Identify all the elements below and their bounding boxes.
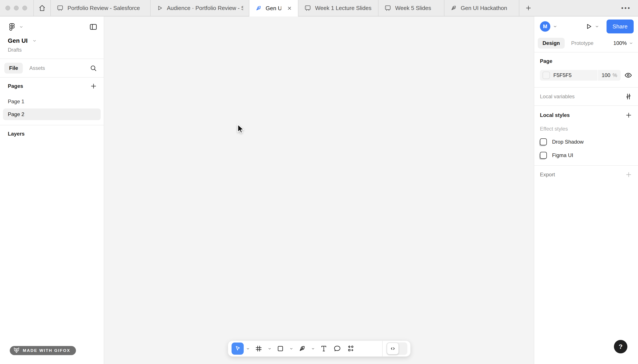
sliders-icon: [624, 93, 632, 100]
tab-gen-ui[interactable]: Gen UI: [249, 0, 298, 16]
fullscreen-window-button[interactable]: [22, 6, 27, 10]
page-list-item-selected[interactable]: Page 2: [3, 108, 101, 120]
avatar[interactable]: M: [540, 21, 550, 32]
window-overflow-menu-button[interactable]: •••: [614, 0, 638, 16]
comment-tool-button[interactable]: [330, 345, 344, 352]
chevron-down-icon: [595, 24, 599, 29]
comment-bubble-icon: [333, 345, 341, 352]
open-variables-button[interactable]: [624, 93, 632, 100]
close-tab-button[interactable]: [287, 6, 292, 11]
eye-icon: [624, 71, 632, 80]
frame-grid-icon: [255, 345, 263, 352]
effect-style-thumbnail-icon: [540, 138, 547, 145]
plus-icon: [625, 112, 632, 119]
export-section-row: Export: [534, 166, 638, 184]
tab-label: Week 5 Slides: [395, 5, 431, 12]
local-styles-header: Local styles: [540, 112, 570, 118]
pages-header-label: Pages: [8, 83, 23, 89]
effect-style-item[interactable]: Figma UI: [540, 152, 632, 159]
tab-portfolio-review[interactable]: Portfolio Review - Salesforce: [51, 0, 151, 16]
overflow-dots-icon: •••: [621, 4, 631, 12]
bottom-toolbar: [228, 340, 411, 356]
rectangle-tool-button[interactable]: [274, 345, 287, 352]
tab-week-1-lecture-slides[interactable]: Week 1 Lecture Slides: [298, 0, 378, 16]
effect-style-item[interactable]: Drop Shadow: [540, 138, 632, 145]
file-name: Gen UI: [8, 37, 28, 44]
text-tool-button[interactable]: [317, 345, 330, 352]
share-button[interactable]: Share: [606, 20, 634, 34]
move-tool-options-button[interactable]: [244, 347, 252, 350]
pen-icon: [298, 345, 306, 352]
opacity-value[interactable]: 100: [598, 72, 612, 78]
rectangle-icon: [276, 345, 284, 352]
search-button[interactable]: [89, 64, 97, 72]
page-list-item[interactable]: Page 1: [0, 94, 104, 108]
search-icon: [89, 64, 97, 72]
add-export-button[interactable]: [625, 171, 632, 178]
slides-icon: [57, 4, 64, 12]
tab-file[interactable]: File: [4, 63, 23, 74]
dev-mode-toggle[interactable]: [386, 342, 407, 355]
slides-icon: [304, 4, 311, 12]
main-menu-button[interactable]: [8, 23, 24, 31]
home-button[interactable]: [34, 0, 51, 16]
plus-icon: [525, 4, 532, 12]
project-name: Drafts: [0, 44, 104, 58]
left-sidebar: Gen UI Drafts File Assets Pages Page 1 P…: [0, 16, 104, 364]
design-canvas[interactable]: [104, 16, 534, 364]
help-button[interactable]: ?: [614, 340, 627, 353]
export-label: Export: [540, 172, 555, 178]
present-options-button[interactable]: [595, 24, 599, 29]
tab-week-5-slides[interactable]: Week 5 Slides: [378, 0, 444, 16]
pen-tool-options-button[interactable]: [309, 347, 317, 350]
toggle-visibility-button[interactable]: [624, 71, 632, 80]
mouse-cursor-icon: [235, 124, 245, 136]
local-styles-section: Local styles Effect styles Drop Shadow F…: [534, 106, 638, 165]
tab-gen-ui-hackathon[interactable]: Gen UI Hackathon: [444, 0, 519, 16]
minimize-window-button[interactable]: [14, 6, 19, 10]
add-style-button[interactable]: [625, 112, 632, 119]
toggle-sidebar-button[interactable]: [89, 22, 98, 31]
move-tool-button[interactable]: [232, 342, 244, 355]
code-icon: [387, 343, 399, 354]
frame-tool-options-button[interactable]: [265, 347, 274, 350]
close-window-button[interactable]: [6, 6, 10, 10]
frame-tool-button[interactable]: [252, 345, 265, 352]
actions-tool-button[interactable]: [344, 345, 357, 352]
toolbar-divider: [382, 340, 383, 356]
color-swatch[interactable]: [542, 72, 550, 79]
local-variables-row[interactable]: Local variables: [534, 88, 638, 106]
tab-label: Gen UI: [266, 5, 281, 12]
account-menu-button[interactable]: [553, 24, 557, 29]
tab-label: Week 1 Lecture Slides: [315, 5, 371, 12]
shapes-icon: [347, 345, 355, 352]
shape-tool-options-button[interactable]: [287, 347, 295, 350]
page-color-input: F5F5F5 100 %: [540, 70, 621, 81]
effect-style-thumbnail-icon: [540, 152, 547, 159]
pen-icon: [255, 5, 262, 12]
inspector-tabs: Design Prototype 100%: [534, 36, 638, 52]
present-button[interactable]: [585, 22, 593, 30]
effect-style-name: Figma UI: [552, 152, 573, 158]
text-icon: [320, 345, 328, 352]
tab-audience-portfolio-review[interactable]: Audience · Portfolio Review - Sales: [151, 0, 249, 16]
effect-style-name: Drop Shadow: [552, 139, 583, 145]
effect-styles-label: Effect styles: [540, 126, 632, 132]
chevron-down-icon: [246, 347, 250, 350]
chevron-down-icon: [629, 41, 633, 45]
tab-design[interactable]: Design: [538, 38, 565, 48]
page-section-header: Page: [540, 58, 632, 64]
sidebar-tabs: File Assets: [0, 59, 104, 77]
chevron-down-icon: [268, 347, 271, 350]
pen-tool-button[interactable]: [295, 345, 309, 352]
color-hex-value[interactable]: F5F5F5: [553, 72, 597, 78]
file-name-menu[interactable]: Gen UI: [0, 31, 37, 44]
zoom-level-control[interactable]: 100%: [613, 40, 633, 46]
slides-icon: [384, 4, 391, 12]
new-tab-button[interactable]: [519, 0, 537, 16]
add-page-button[interactable]: [90, 82, 97, 90]
plus-icon: [625, 171, 632, 178]
tab-prototype[interactable]: Prototype: [566, 38, 598, 48]
tab-assets[interactable]: Assets: [25, 63, 50, 74]
zoom-level-value: 100%: [613, 40, 627, 46]
